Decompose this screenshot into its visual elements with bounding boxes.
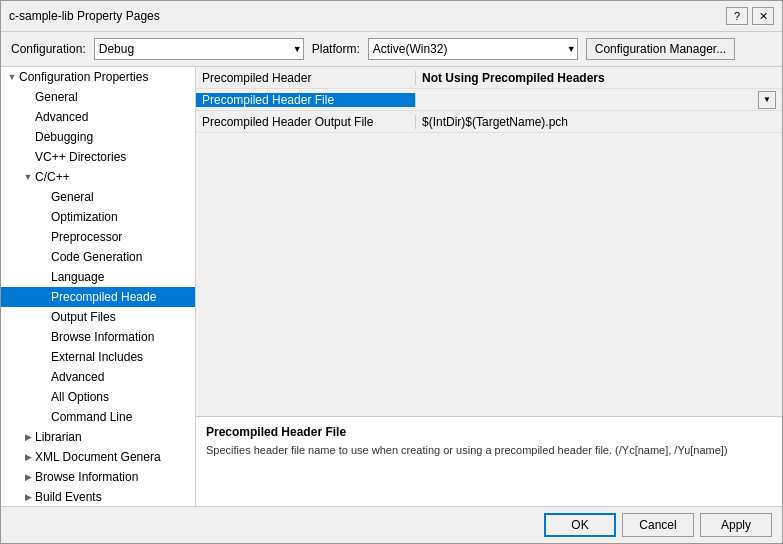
- tree-item-label: Code Generation: [51, 250, 142, 264]
- tree-item-language[interactable]: Language: [1, 267, 195, 287]
- tree-item-label: External Includes: [51, 350, 143, 364]
- expand-icon[interactable]: ▶: [21, 450, 35, 464]
- tree-item-label: Output Files: [51, 310, 116, 324]
- tree-item-label: XML Document Genera: [35, 450, 161, 464]
- tree-item-advanced2[interactable]: Advanced: [1, 367, 195, 387]
- config-row: Configuration: Debug Release ▼ Platform:…: [1, 32, 782, 66]
- collapse-icon[interactable]: ▼: [21, 170, 35, 184]
- tree-item-label: VC++ Directories: [35, 150, 126, 164]
- prop-row-precompiled-output[interactable]: Precompiled Header Output File$(IntDir)$…: [196, 111, 782, 133]
- collapse-icon[interactable]: ▼: [5, 70, 19, 84]
- platform-select[interactable]: Active(Win32) x64: [368, 38, 578, 60]
- dialog-title: c-sample-lib Property Pages: [9, 9, 160, 23]
- desc-text: Specifies header file name to use when c…: [206, 443, 772, 458]
- tree-item-precompiled[interactable]: Precompiled Heade: [1, 287, 195, 307]
- tree-item-cmd-line[interactable]: Command Line: [1, 407, 195, 427]
- ok-button[interactable]: OK: [544, 513, 616, 537]
- right-panel: Precompiled HeaderNot Using Precompiled …: [196, 67, 782, 506]
- tree-item-label: Advanced: [51, 370, 104, 384]
- cancel-button[interactable]: Cancel: [622, 513, 694, 537]
- main-content: ▼Configuration PropertiesGeneralAdvanced…: [1, 66, 782, 507]
- config-label: Configuration:: [11, 42, 86, 56]
- tree-item-xml-doc[interactable]: ▶XML Document Genera: [1, 447, 195, 467]
- apply-button[interactable]: Apply: [700, 513, 772, 537]
- title-controls: ? ✕: [726, 7, 774, 25]
- expand-icon[interactable]: ▶: [21, 470, 35, 484]
- prop-dropdown-btn[interactable]: ▼: [758, 91, 776, 109]
- tree-item-general[interactable]: General: [1, 87, 195, 107]
- tree-item-config-props[interactable]: ▼Configuration Properties: [1, 67, 195, 87]
- description-panel: Precompiled Header File Specifies header…: [196, 416, 782, 506]
- tree-item-label: General: [35, 90, 78, 104]
- tree-item-vc-dirs[interactable]: VC++ Directories: [1, 147, 195, 167]
- tree-item-label: Language: [51, 270, 104, 284]
- desc-title: Precompiled Header File: [206, 425, 772, 439]
- config-select[interactable]: Debug Release: [94, 38, 304, 60]
- expand-icon[interactable]: ▶: [21, 430, 35, 444]
- tree-item-label: Browse Information: [51, 330, 154, 344]
- tree-item-code-gen[interactable]: Code Generation: [1, 247, 195, 267]
- prop-row-precompiled-header-file[interactable]: Precompiled Header File▼: [196, 89, 782, 111]
- tree-item-debugging[interactable]: Debugging: [1, 127, 195, 147]
- prop-value[interactable]: ▼: [416, 91, 782, 109]
- tree-item-label: Build Events: [35, 490, 102, 504]
- tree-item-label: Optimization: [51, 210, 118, 224]
- prop-value: Not Using Precompiled Headers: [416, 71, 782, 85]
- tree-item-librarian[interactable]: ▶Librarian: [1, 427, 195, 447]
- property-pages-dialog: c-sample-lib Property Pages ? ✕ Configur…: [0, 0, 783, 544]
- tree-item-cpp-general[interactable]: General: [1, 187, 195, 207]
- tree-item-label: All Options: [51, 390, 109, 404]
- prop-name: Precompiled Header: [196, 71, 416, 85]
- tree-panel: ▼Configuration PropertiesGeneralAdvanced…: [1, 67, 196, 506]
- tree-item-cpp[interactable]: ▼C/C++: [1, 167, 195, 187]
- tree-item-label: C/C++: [35, 170, 70, 184]
- tree-item-label: Debugging: [35, 130, 93, 144]
- footer: OK Cancel Apply: [1, 507, 782, 543]
- tree-item-label: Advanced: [35, 110, 88, 124]
- prop-value: $(IntDir)$(TargetName).pch: [416, 115, 782, 129]
- prop-row-precompiled-header[interactable]: Precompiled HeaderNot Using Precompiled …: [196, 67, 782, 89]
- expand-icon[interactable]: ▶: [21, 490, 35, 504]
- platform-select-wrapper: Active(Win32) x64 ▼: [368, 38, 578, 60]
- tree-item-browse-info[interactable]: Browse Information: [1, 327, 195, 347]
- tree-item-label: General: [51, 190, 94, 204]
- prop-name: Precompiled Header Output File: [196, 115, 416, 129]
- tree-item-label: Preprocessor: [51, 230, 122, 244]
- close-button[interactable]: ✕: [752, 7, 774, 25]
- help-button[interactable]: ?: [726, 7, 748, 25]
- tree-item-browse-info2[interactable]: ▶Browse Information: [1, 467, 195, 487]
- tree-item-all-options[interactable]: All Options: [1, 387, 195, 407]
- config-select-wrapper: Debug Release ▼: [94, 38, 304, 60]
- tree-item-output-files[interactable]: Output Files: [1, 307, 195, 327]
- title-bar: c-sample-lib Property Pages ? ✕: [1, 1, 782, 32]
- tree-item-ext-includes[interactable]: External Includes: [1, 347, 195, 367]
- tree-item-preprocessor[interactable]: Preprocessor: [1, 227, 195, 247]
- tree-item-label: Command Line: [51, 410, 132, 424]
- properties-table: Precompiled HeaderNot Using Precompiled …: [196, 67, 782, 416]
- config-manager-button[interactable]: Configuration Manager...: [586, 38, 735, 60]
- prop-name: Precompiled Header File: [196, 93, 416, 107]
- tree-item-label: Librarian: [35, 430, 82, 444]
- tree-item-advanced[interactable]: Advanced: [1, 107, 195, 127]
- tree-item-label: Configuration Properties: [19, 70, 148, 84]
- platform-label: Platform:: [312, 42, 360, 56]
- tree-item-build-events[interactable]: ▶Build Events: [1, 487, 195, 506]
- tree-item-optimization[interactable]: Optimization: [1, 207, 195, 227]
- tree-item-label: Precompiled Heade: [51, 290, 156, 304]
- tree-item-label: Browse Information: [35, 470, 138, 484]
